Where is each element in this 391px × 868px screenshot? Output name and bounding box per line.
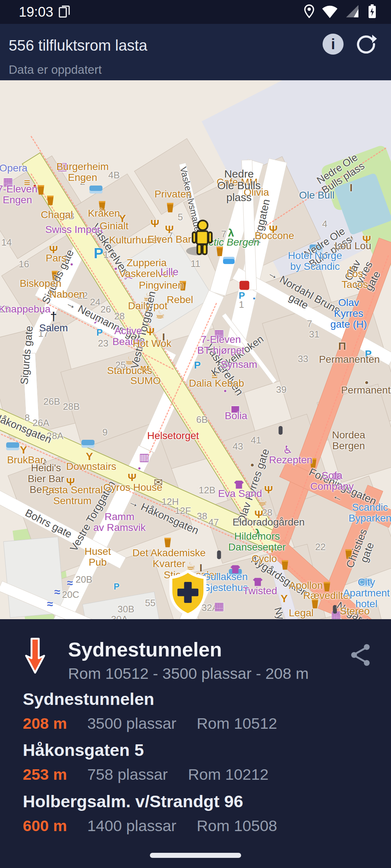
house-number: 33 <box>298 354 308 364</box>
shelter-list-item[interactable]: Sydnestunnelen208 m3500 plassarRom 10512 <box>23 689 368 732</box>
selected-shelter-row[interactable]: Sydnestunnelen Rom 10512 - 3500 plassar … <box>0 630 391 681</box>
shelter-distance: 253 m <box>23 766 67 783</box>
poi-label: Ramm av Ramsvik <box>93 511 146 533</box>
house-number: 12F <box>175 506 191 516</box>
poi-glyph-icon: ≈ <box>47 599 53 609</box>
poi-label: Eldoradogården <box>232 517 304 528</box>
poi-label: Eva Sand <box>218 488 262 499</box>
poi-label: Daily pot <box>128 301 168 311</box>
poi-label: Starbucks <box>107 365 152 376</box>
poi-label: Nedre Ole Bulls plass <box>217 168 261 203</box>
poi-label: Dalia Kebab <box>189 378 244 389</box>
person-location-marker[interactable] <box>185 218 219 258</box>
poi-label: Downstairs <box>66 461 116 472</box>
shelter-shield-marker[interactable] <box>167 569 209 618</box>
poi-label: Pasta Sentral Sentrum <box>42 485 103 506</box>
bed-icon <box>81 440 94 448</box>
poi-label: Ole Bull <box>299 190 335 201</box>
poi-label: Apollon <box>289 580 323 591</box>
poi-label: Ginialt <box>100 221 128 231</box>
signal-icon <box>345 4 359 20</box>
poi-label: SUMO <box>130 375 161 386</box>
shelter-name: Sydnestunnelen <box>23 689 368 709</box>
poi-label: Rezepten <box>269 455 312 465</box>
poi-label: Twisted <box>243 586 277 596</box>
pint-icon <box>167 203 174 213</box>
poi-label: Privaten <box>155 189 192 200</box>
poi-label: Nordea Bergen <box>332 430 365 451</box>
house-number: 16 <box>19 259 29 269</box>
poi-glyph-icon: Ψ <box>151 218 159 229</box>
house-number: 22 <box>315 542 326 552</box>
poi-glyph-icon: P <box>114 582 119 591</box>
share-icon <box>350 643 371 667</box>
shelter-room: Rom 10212 <box>188 766 268 783</box>
shelter-name: Håkonsgaten 5 <box>23 740 368 760</box>
poi-glyph-icon: I <box>350 182 353 193</box>
house-number: 47 <box>209 517 219 527</box>
house-number: 14 <box>1 237 12 247</box>
house-number: 26 <box>101 304 111 314</box>
share-button[interactable] <box>349 642 372 668</box>
poi-label: Hildemors Dansesenter <box>228 531 286 553</box>
poi-glyph-icon: Y <box>86 451 93 462</box>
poi-glyph-icon: ▄ <box>231 400 239 411</box>
poi-label: Hotel Norge by Scandic <box>288 250 342 272</box>
poi-label: Det Akademiske Kvarter <box>133 548 206 569</box>
poi-label: Lou Lou <box>335 241 371 251</box>
poi-label: Los Tacos <box>337 268 373 290</box>
location-pin-icon <box>304 4 314 20</box>
info-icon: i <box>323 34 344 55</box>
app-screen: 19:03 556 tilfluktsrom lasta Data er opp… <box>0 0 391 868</box>
taxi-icon <box>223 257 235 264</box>
house-number: 4 <box>322 219 327 229</box>
poi-label: Pingvinen <box>139 280 184 291</box>
house-number: 28B <box>63 401 80 412</box>
gesture-navigation-pill[interactable] <box>150 853 241 858</box>
poi-label: Kråken <box>88 208 120 219</box>
poi-glyph-icon: ♿ <box>283 444 293 455</box>
shelter-room: Rom 10512 <box>197 715 277 732</box>
house-number: 9 <box>102 427 108 437</box>
info-button[interactable]: i <box>321 33 345 56</box>
poi-label: Burgerheim Engen <box>56 161 109 183</box>
house-number: 43 <box>233 441 243 451</box>
poi-glyph-icon: Ψ <box>165 224 174 235</box>
shelter-distance: 600 m <box>23 817 67 835</box>
poi-glyph-icon: Y <box>20 444 27 455</box>
house-number: 39 <box>276 384 287 395</box>
poi-glyph-icon: ≈ <box>67 578 73 588</box>
map[interactable]: VaskerelvenVaskerelvenVaskerelvsmauet← S… <box>0 80 391 619</box>
poi-glyph-icon: ▦ <box>214 601 224 612</box>
shelter-capacity: 758 plassar <box>87 766 168 783</box>
poi-label: Helsetorget <box>147 430 199 441</box>
refresh-button[interactable] <box>355 33 378 56</box>
poi-label: 7-Eleven Engen <box>0 184 37 205</box>
poi-label: Rebel <box>167 294 193 305</box>
poi-label: Legal <box>289 608 314 618</box>
poi-glyph-icon: ≈ <box>54 587 60 597</box>
poi-label: Opera <box>0 163 28 174</box>
shelter-capacity: 1400 plassar <box>87 817 176 835</box>
house-number: 7 <box>307 319 312 329</box>
shelter-meta: 253 m758 plassarRom 10212 <box>23 766 368 783</box>
house-number: 12B <box>199 485 215 495</box>
bottom-sheet[interactable]: Sydnestunnelen Rom 10512 - 3500 plassar … <box>0 619 391 868</box>
app-header: 556 tilfluktsrom lasta Data er oppdatert… <box>0 24 391 80</box>
house-number: 8 <box>25 413 30 423</box>
poi-label: Huset Pub <box>84 546 111 568</box>
house-number: 20B <box>76 574 92 584</box>
poi-label: Permanenten <box>341 385 391 396</box>
shelter-list-item[interactable]: Håkonsgaten 5253 m758 plassarRom 10212 <box>23 740 368 783</box>
poi-label: Olav Kyrres gate (H) <box>328 297 370 330</box>
poi-label: Boccone <box>255 230 294 241</box>
poi-label: Synsam <box>220 359 257 370</box>
poi-label: Gyros House <box>103 482 162 493</box>
house-number: 4B <box>108 170 120 180</box>
poi-label: Chagal <box>41 209 73 220</box>
poi-glyph-icon: P <box>94 246 104 260</box>
poi-glyph-icon: P <box>239 291 245 300</box>
direction-arrow-icon <box>22 637 48 676</box>
shelter-list-item[interactable]: Holbergsalm. v/Strandgt 96600 m1400 plas… <box>23 791 368 835</box>
bed-icon <box>89 186 102 193</box>
